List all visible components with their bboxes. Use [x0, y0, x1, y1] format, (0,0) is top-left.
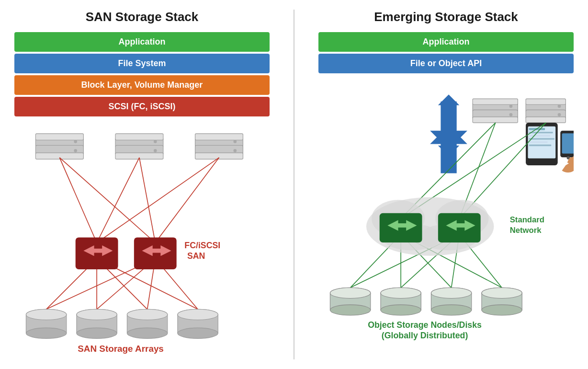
svg-point-119 [431, 288, 471, 298]
svg-point-122 [482, 305, 522, 315]
svg-text:Object Storage Nodes/Disks: Object Storage Nodes/Disks [368, 320, 482, 330]
svg-point-114 [381, 305, 421, 315]
svg-point-111 [330, 288, 370, 298]
san-title: SAN Storage Stack [86, 10, 199, 24]
svg-text:SAN: SAN [187, 251, 205, 261]
svg-line-23 [155, 158, 219, 243]
svg-point-45 [77, 309, 117, 320]
svg-point-49 [127, 309, 167, 320]
svg-point-123 [482, 288, 522, 298]
svg-rect-7 [115, 134, 163, 140]
svg-text:(Globally Distributed): (Globally Distributed) [382, 331, 468, 340]
svg-point-41 [26, 309, 66, 320]
svg-rect-59 [444, 104, 453, 147]
svg-point-52 [178, 328, 218, 338]
svg-point-44 [77, 328, 117, 338]
emerging-layer-api: File or Object API [318, 54, 574, 73]
svg-text:SAN Storage Arrays: SAN Storage Arrays [78, 344, 164, 354]
san-diagram: FC/iSCSI SAN [14, 126, 270, 359]
svg-rect-83 [562, 133, 574, 153]
svg-rect-79 [529, 138, 554, 139]
svg-line-21 [139, 158, 155, 243]
emerging-layers: Application File or Object API [318, 32, 574, 73]
san-layer-filesystem: File System [14, 54, 270, 73]
svg-rect-80 [529, 141, 548, 143]
svg-rect-69 [526, 99, 565, 104]
svg-point-4 [74, 140, 77, 143]
svg-point-11 [154, 149, 157, 152]
svg-line-20 [97, 158, 139, 243]
svg-rect-32 [76, 237, 118, 269]
svg-rect-1 [35, 134, 83, 140]
svg-text:Network: Network [510, 226, 542, 235]
emerging-svg: Standard Network [318, 83, 574, 359]
emerging-panel: Emerging Storage Stack Application File … [318, 10, 574, 359]
svg-rect-65 [473, 117, 518, 123]
svg-rect-78 [529, 135, 550, 137]
san-layer-application: Application [14, 32, 270, 52]
san-svg: FC/iSCSI SAN [14, 126, 270, 359]
svg-rect-71 [526, 117, 565, 123]
svg-point-16 [233, 140, 237, 143]
emerging-layer-application: Application [318, 32, 574, 52]
svg-point-40 [26, 328, 66, 338]
svg-point-10 [154, 140, 157, 143]
svg-point-17 [233, 149, 237, 152]
svg-rect-104 [438, 213, 481, 242]
divider [294, 10, 294, 359]
svg-point-72 [558, 104, 561, 108]
svg-rect-34 [134, 237, 177, 269]
main-container: SAN Storage Stack Application File Syste… [0, 0, 588, 369]
svg-point-48 [127, 328, 167, 338]
san-layers: Application File System Block Layer, Vol… [14, 32, 270, 116]
svg-rect-13 [195, 134, 243, 140]
svg-line-18 [59, 158, 97, 243]
svg-rect-81 [529, 145, 552, 146]
svg-point-67 [509, 113, 513, 116]
svg-rect-63 [473, 99, 518, 104]
svg-line-22 [97, 158, 219, 243]
svg-point-53 [178, 309, 218, 320]
san-layer-scsi: SCSI (FC, iSCSI) [14, 97, 270, 116]
svg-text:FC/iSCSI: FC/iSCSI [184, 241, 220, 250]
svg-point-73 [558, 113, 561, 116]
svg-rect-102 [380, 213, 422, 242]
svg-line-19 [59, 158, 155, 243]
emerging-diagram: Standard Network [318, 83, 574, 359]
svg-point-110 [330, 305, 370, 315]
emerging-title: Emerging Storage Stack [374, 10, 518, 24]
svg-point-5 [74, 149, 77, 152]
san-panel: SAN Storage Stack Application File Syste… [14, 10, 270, 359]
svg-marker-60 [438, 94, 459, 105]
san-layer-block: Block Layer, Volume Manager [14, 75, 270, 95]
svg-point-115 [381, 288, 421, 298]
svg-point-118 [431, 305, 471, 315]
svg-point-66 [509, 104, 513, 108]
svg-text:Standard: Standard [510, 215, 544, 224]
